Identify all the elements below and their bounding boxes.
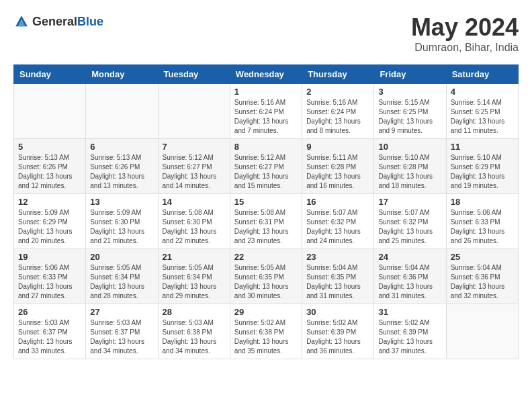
- table-row: [446, 304, 518, 359]
- daylight-text: Daylight: 13 hours and 35 minutes.: [234, 337, 298, 356]
- daylight-text: Daylight: 13 hours and 25 minutes.: [378, 227, 441, 246]
- day-number: 19: [18, 252, 81, 262]
- table-row: 6 Sunrise: 5:13 AM Sunset: 6:26 PM Dayli…: [86, 139, 158, 194]
- header-sunday: Sunday: [14, 65, 86, 84]
- day-number: 29: [234, 307, 298, 317]
- daylight-text: Daylight: 13 hours and 14 minutes.: [163, 172, 226, 191]
- calendar-table: Sunday Monday Tuesday Wednesday Thursday…: [13, 64, 519, 359]
- table-row: 19 Sunrise: 5:06 AM Sunset: 6:33 PM Dayl…: [14, 249, 86, 304]
- sunset-text: Sunset: 6:26 PM: [90, 163, 153, 172]
- daylight-text: Daylight: 13 hours and 36 minutes.: [306, 337, 369, 356]
- table-row: 30 Sunrise: 5:02 AM Sunset: 6:39 PM Dayl…: [302, 304, 374, 359]
- header-monday: Monday: [86, 65, 158, 84]
- logo: GeneralBlue: [13, 13, 103, 30]
- header-friday: Friday: [374, 65, 446, 84]
- sunset-text: Sunset: 6:30 PM: [90, 218, 153, 227]
- logo-general: General: [32, 15, 77, 28]
- daylight-text: Daylight: 13 hours and 19 minutes.: [451, 172, 514, 191]
- sunset-text: Sunset: 6:27 PM: [163, 163, 226, 172]
- sunrise-text: Sunrise: 5:03 AM: [163, 318, 226, 328]
- day-number: 5: [18, 142, 81, 152]
- sunrise-text: Sunrise: 5:08 AM: [163, 208, 226, 218]
- sunrise-text: Sunrise: 5:04 AM: [378, 263, 441, 273]
- day-number: 11: [451, 142, 514, 152]
- day-number: 2: [306, 87, 369, 97]
- daylight-text: Daylight: 13 hours and 28 minutes.: [90, 282, 153, 301]
- day-info: Sunrise: 5:05 AM Sunset: 6:34 PM Dayligh…: [163, 263, 226, 301]
- sunrise-text: Sunrise: 5:16 AM: [234, 98, 298, 107]
- calendar-week-row: 26 Sunrise: 5:03 AM Sunset: 6:37 PM Dayl…: [14, 304, 519, 359]
- day-number: 12: [18, 197, 81, 207]
- table-row: 18 Sunrise: 5:06 AM Sunset: 6:33 PM Dayl…: [446, 194, 518, 249]
- day-number: 15: [234, 197, 298, 207]
- day-number: 7: [163, 142, 226, 152]
- sunrise-text: Sunrise: 5:03 AM: [90, 318, 153, 328]
- daylight-text: Daylight: 13 hours and 34 minutes.: [90, 337, 153, 356]
- table-row: 2 Sunrise: 5:16 AM Sunset: 6:24 PM Dayli…: [302, 84, 374, 139]
- sunrise-text: Sunrise: 5:16 AM: [306, 98, 369, 107]
- calendar-week-row: 19 Sunrise: 5:06 AM Sunset: 6:33 PM Dayl…: [14, 249, 519, 304]
- daylight-text: Daylight: 13 hours and 15 minutes.: [234, 172, 298, 191]
- table-row: 28 Sunrise: 5:03 AM Sunset: 6:38 PM Dayl…: [158, 304, 230, 359]
- table-row: 24 Sunrise: 5:04 AM Sunset: 6:36 PM Dayl…: [374, 249, 446, 304]
- daylight-text: Daylight: 13 hours and 11 minutes.: [451, 117, 514, 136]
- sunset-text: Sunset: 6:37 PM: [90, 328, 153, 337]
- sunset-text: Sunset: 6:39 PM: [306, 328, 369, 337]
- sunrise-text: Sunrise: 5:03 AM: [18, 318, 81, 328]
- day-info: Sunrise: 5:08 AM Sunset: 6:30 PM Dayligh…: [163, 208, 226, 246]
- daylight-text: Daylight: 13 hours and 32 minutes.: [451, 282, 514, 301]
- sunset-text: Sunset: 6:25 PM: [451, 107, 514, 117]
- day-number: 20: [90, 252, 153, 262]
- day-number: 24: [378, 252, 441, 262]
- sunrise-text: Sunrise: 5:09 AM: [90, 208, 153, 218]
- sunrise-text: Sunrise: 5:12 AM: [234, 153, 298, 163]
- day-info: Sunrise: 5:14 AM Sunset: 6:25 PM Dayligh…: [451, 98, 514, 136]
- daylight-text: Daylight: 13 hours and 7 minutes.: [234, 117, 298, 136]
- day-info: Sunrise: 5:10 AM Sunset: 6:29 PM Dayligh…: [451, 153, 514, 191]
- table-row: [158, 84, 230, 139]
- day-info: Sunrise: 5:11 AM Sunset: 6:28 PM Dayligh…: [306, 153, 369, 191]
- sunset-text: Sunset: 6:28 PM: [306, 163, 369, 172]
- day-info: Sunrise: 5:16 AM Sunset: 6:24 PM Dayligh…: [306, 98, 369, 136]
- sunset-text: Sunset: 6:29 PM: [18, 218, 81, 227]
- day-number: 21: [163, 252, 226, 262]
- header-tuesday: Tuesday: [158, 65, 230, 84]
- sunset-text: Sunset: 6:24 PM: [306, 107, 369, 117]
- table-row: [14, 84, 86, 139]
- table-row: [86, 84, 158, 139]
- sunset-text: Sunset: 6:36 PM: [378, 273, 441, 282]
- sunset-text: Sunset: 6:31 PM: [234, 218, 298, 227]
- sunrise-text: Sunrise: 5:05 AM: [90, 263, 153, 273]
- table-row: 14 Sunrise: 5:08 AM Sunset: 6:30 PM Dayl…: [158, 194, 230, 249]
- table-row: 12 Sunrise: 5:09 AM Sunset: 6:29 PM Dayl…: [14, 194, 86, 249]
- day-info: Sunrise: 5:03 AM Sunset: 6:38 PM Dayligh…: [163, 318, 226, 356]
- day-number: 9: [306, 142, 369, 152]
- day-info: Sunrise: 5:02 AM Sunset: 6:39 PM Dayligh…: [378, 318, 441, 356]
- table-row: 3 Sunrise: 5:15 AM Sunset: 6:25 PM Dayli…: [374, 84, 446, 139]
- table-row: 26 Sunrise: 5:03 AM Sunset: 6:37 PM Dayl…: [14, 304, 86, 359]
- day-number: 16: [306, 197, 369, 207]
- table-row: 7 Sunrise: 5:12 AM Sunset: 6:27 PM Dayli…: [158, 139, 230, 194]
- day-number: 17: [378, 197, 441, 207]
- location: Dumraon, Bihar, India: [411, 42, 519, 54]
- table-row: 21 Sunrise: 5:05 AM Sunset: 6:34 PM Dayl…: [158, 249, 230, 304]
- table-row: 9 Sunrise: 5:11 AM Sunset: 6:28 PM Dayli…: [302, 139, 374, 194]
- table-row: 31 Sunrise: 5:02 AM Sunset: 6:39 PM Dayl…: [374, 304, 446, 359]
- day-number: 18: [451, 197, 514, 207]
- calendar-week-row: 1 Sunrise: 5:16 AM Sunset: 6:24 PM Dayli…: [14, 84, 519, 139]
- daylight-text: Daylight: 13 hours and 9 minutes.: [378, 117, 441, 136]
- day-info: Sunrise: 5:02 AM Sunset: 6:38 PM Dayligh…: [234, 318, 298, 356]
- calendar-week-row: 5 Sunrise: 5:13 AM Sunset: 6:26 PM Dayli…: [14, 139, 519, 194]
- day-number: 28: [163, 307, 226, 317]
- day-number: 22: [234, 252, 298, 262]
- day-info: Sunrise: 5:03 AM Sunset: 6:37 PM Dayligh…: [90, 318, 153, 356]
- day-number: 25: [451, 252, 514, 262]
- day-number: 23: [306, 252, 369, 262]
- sunset-text: Sunset: 6:24 PM: [234, 107, 298, 117]
- daylight-text: Daylight: 13 hours and 31 minutes.: [306, 282, 369, 301]
- day-number: 14: [163, 197, 226, 207]
- sunrise-text: Sunrise: 5:07 AM: [306, 208, 369, 218]
- day-info: Sunrise: 5:06 AM Sunset: 6:33 PM Dayligh…: [18, 263, 81, 301]
- sunset-text: Sunset: 6:33 PM: [18, 273, 81, 282]
- header-thursday: Thursday: [302, 65, 374, 84]
